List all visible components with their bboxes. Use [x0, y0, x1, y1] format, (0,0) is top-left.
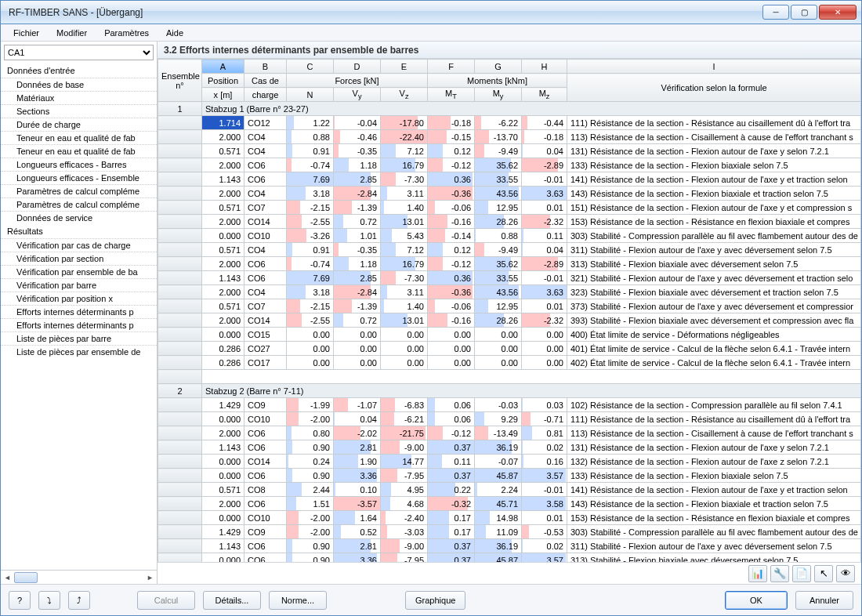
table-row[interactable]: 1.143CO60.902.81-9.000.3736.190.02131) R… [158, 440, 861, 455]
tree-item[interactable]: Vérification par section [1, 252, 157, 265]
table-row[interactable]: 0.286CO170.000.000.000.000.000.00402) Ét… [158, 356, 861, 370]
footer: ? ⤵ ⤴ Calcul Détails... Norme... Graphiq… [1, 584, 861, 615]
sidebar: CA1 Données d'entrée Données de baseMaté… [1, 42, 158, 584]
table-row[interactable]: 1.429CO9-1.99-1.07-6.830.06-0.030.03102)… [158, 398, 861, 412]
table-row[interactable]: 0.000CO140.241.9014.770.11-0.070.16132) … [158, 455, 861, 469]
tree-item[interactable]: Efforts internes déterminants p [1, 318, 157, 332]
import-button[interactable]: ⤵ [38, 591, 60, 610]
titlebar[interactable]: RF-TIMBER SANS - [Übergang] ─ ▢ ✕ [1, 1, 861, 24]
view-icon[interactable]: 👁 [836, 565, 855, 582]
tree-item[interactable]: Teneur en eau et qualité de fab [1, 144, 157, 158]
tree-item[interactable]: Vérification par cas de charge [1, 238, 157, 252]
table-row[interactable]: 0.000CO60.903.36-7.950.3745.873.57133) R… [158, 469, 861, 483]
table-row[interactable]: 0.286CO270.000.000.000.000.000.00401) Ét… [158, 342, 861, 356]
table-row[interactable]: 1.714CO121.22-0.04-17.80-0.18-6.22-0.441… [158, 116, 861, 130]
table-row[interactable]: 0.000CO10-3.261.015.43-0.140.880.11303) … [158, 229, 861, 243]
case-select[interactable]: CA1 [4, 45, 154, 60]
menu-modifier[interactable]: Modifier [49, 26, 95, 40]
tree-item[interactable]: Durée de charge [1, 118, 157, 131]
col-cas: Cas de [244, 74, 287, 88]
tree-item[interactable]: Paramètres de calcul compléme [1, 197, 157, 211]
table-row[interactable]: 2.000CO6-0.741.1816.79-0.1235.62-2.89133… [158, 158, 861, 172]
tree-item[interactable]: Matériaux [1, 91, 157, 104]
pick-icon[interactable]: ↖ [814, 565, 833, 582]
tree-item[interactable]: Vérification par position x [1, 292, 157, 305]
table-row[interactable]: 2.000CO14-2.550.7213.01-0.1628.26-2.3239… [158, 313, 861, 328]
table-row[interactable]: 0.571CO40.91-0.357.120.12-9.490.04311) S… [158, 243, 861, 257]
group-header: 1Stabzug 1 (Barre n° 23-27) [158, 102, 861, 116]
col-position: Position [202, 74, 244, 88]
menu-fichier[interactable]: Fichier [5, 26, 47, 40]
selected-cell: 1.714 [202, 116, 244, 130]
table-row[interactable]: 0.000CO60.903.36-7.950.3745.873.57313) S… [158, 553, 861, 562]
tree-item[interactable]: Données de service [1, 211, 157, 224]
table-row[interactable]: 2.000CO40.88-0.46-22.40-0.15-13.70-0.181… [158, 130, 861, 144]
app-window: RF-TIMBER SANS - [Übergang] ─ ▢ ✕ Fichie… [0, 0, 862, 616]
group-header: 2Stabzug 2 (Barre n° 7-11) [158, 384, 861, 398]
table-row[interactable]: 2.000CO6-0.741.1816.79-0.1235.62-2.89313… [158, 257, 861, 271]
results-grid[interactable]: Ensemblen°ABCDEFGHIPositionCas deForces … [158, 59, 861, 562]
close-button[interactable]: ✕ [819, 5, 857, 20]
tree-item[interactable]: Sections [1, 104, 157, 118]
table-row[interactable]: 2.000CO43.18-2.843.11-0.3643.563.63323) … [158, 285, 861, 299]
col-ensemble: Ensemblen° [158, 60, 202, 102]
table-row[interactable]: 0.000CO10-2.000.04-6.210.069.29-0.71111)… [158, 412, 861, 426]
tree-item[interactable]: Vérification par ensemble de ba [1, 265, 157, 278]
grid-toolbar: 📊 🔧 📄 ↖ 👁 [158, 562, 861, 584]
tree-item[interactable]: Données de base [1, 78, 157, 91]
table-row[interactable]: 2.000CO60.80-2.02-21.75-0.12-13.490.8111… [158, 426, 861, 440]
table-row[interactable]: 0.571CO7-2.15-1.391.40-0.0612.950.01373)… [158, 299, 861, 313]
filter-icon[interactable]: 📊 [748, 565, 767, 582]
ok-button[interactable]: OK [725, 591, 788, 610]
details-button[interactable]: Détails... [203, 591, 261, 610]
section-title: 3.2 Efforts internes déterminants par en… [158, 42, 861, 59]
tree-item[interactable]: Longueurs efficaces - Ensemble [1, 171, 157, 184]
maximize-button[interactable]: ▢ [791, 5, 817, 20]
col-verif: Vérification selon la formule [567, 74, 861, 102]
table-row[interactable]: 0.000CO10-2.001.64-2.400.1714.980.01153)… [158, 511, 861, 525]
tree-header-results[interactable]: Résultats [1, 224, 157, 238]
cancel-button[interactable]: Annuler [795, 591, 853, 610]
table-row[interactable]: 2.000CO61.51-3.574.68-0.3245.713.58143) … [158, 497, 861, 511]
table-row[interactable]: 1.143CO67.692.85-7.300.3633.55-0.01321) … [158, 271, 861, 285]
menu-parametres[interactable]: Paramètres [96, 26, 157, 40]
export-button[interactable]: ⤴ [68, 591, 90, 610]
nav-tree: Données d'entrée Données de baseMatériau… [1, 62, 157, 570]
table-row[interactable]: 1.143CO67.692.85-7.300.3633.55-0.01141) … [158, 172, 861, 187]
table-row[interactable]: 0.000CO150.000.000.000.000.000.00400) Ét… [158, 328, 861, 342]
table-row[interactable]: 2.000CO14-2.550.7213.01-0.1628.26-2.3215… [158, 215, 861, 229]
menubar: Fichier Modifier Paramètres Aide [1, 24, 861, 42]
settings-icon[interactable]: 🔧 [770, 565, 789, 582]
graphique-button[interactable]: Graphique [405, 591, 465, 610]
window-title: RF-TIMBER SANS - [Übergang] [9, 7, 762, 18]
norme-button[interactable]: Norme... [269, 591, 327, 610]
tree-header-input[interactable]: Données d'entrée [1, 63, 157, 78]
sidebar-hscroll[interactable]: ◄ ► [1, 570, 157, 584]
table-row[interactable]: 0.571CO7-2.15-1.391.40-0.0612.950.01151)… [158, 201, 861, 215]
tree-item[interactable]: Teneur en eau et qualité de fab [1, 131, 157, 144]
table-row[interactable]: 0.571CO40.91-0.357.120.12-9.490.04131) R… [158, 144, 861, 158]
table-row[interactable]: 0.571CO82.440.104.950.222.24-0.01141) Ré… [158, 483, 861, 497]
table-row[interactable]: 1.429CO9-2.000.52-3.030.1711.09-0.53303)… [158, 525, 861, 539]
table-row[interactable]: 1.143CO60.902.81-9.000.3736.190.02311) S… [158, 539, 861, 553]
tree-item[interactable]: Longueurs efficaces - Barres [1, 158, 157, 171]
calc-button[interactable]: Calcul [137, 591, 195, 610]
tree-item[interactable]: Liste de pièces par barre [1, 332, 157, 345]
export-icon[interactable]: 📄 [792, 565, 811, 582]
minimize-button[interactable]: ─ [762, 5, 789, 20]
menu-aide[interactable]: Aide [158, 26, 191, 40]
tree-item[interactable]: Vérification par barre [1, 278, 157, 292]
help-button[interactable]: ? [9, 591, 31, 610]
table-row[interactable]: 2.000CO43.18-2.843.11-0.3643.563.63143) … [158, 187, 861, 201]
tree-item[interactable]: Paramètres de calcul compléme [1, 184, 157, 197]
tree-item[interactable]: Liste de pièces par ensemble de [1, 345, 157, 358]
tree-item[interactable]: Efforts internes déterminants p [1, 305, 157, 318]
